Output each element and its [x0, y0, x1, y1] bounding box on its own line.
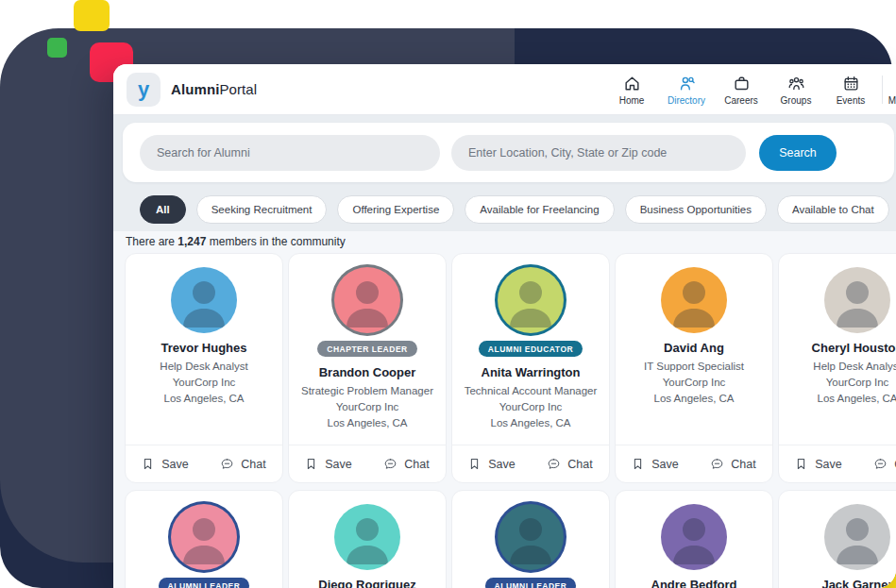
nav-item-directory[interactable]: Directory: [659, 75, 714, 106]
avatar-silhouette-icon: [824, 504, 890, 570]
member-company: YourCorp Inc: [336, 400, 399, 414]
member-name: Jack Garner: [821, 578, 892, 588]
save-button[interactable]: Save: [452, 445, 531, 482]
card-footer: Save Chat: [779, 445, 896, 482]
member-count: There are 1,247 members in the community: [126, 235, 346, 248]
save-button[interactable]: Save: [779, 445, 857, 482]
avatar-silhouette-icon: [498, 504, 564, 570]
member-card[interactable]: CHAPTER LEADER Brandon Cooper Strategic …: [288, 253, 447, 483]
save-button[interactable]: Save: [289, 445, 367, 482]
chat-label: Chat: [731, 458, 755, 471]
nav-label: Home: [619, 95, 645, 106]
avatar-silhouette-icon: [334, 267, 400, 333]
bookmark-icon: [141, 457, 155, 471]
member-card[interactable]: David Ang IT Support Specialist YourCorp…: [615, 253, 773, 483]
app-window: y AlumniPortal Home Directory: [113, 64, 896, 588]
chip-available-freelancing[interactable]: Available for Freelancing: [465, 195, 614, 224]
member-badge: ALUMNI EDUCATOR: [479, 341, 583, 357]
nav-label: Groups: [781, 95, 812, 106]
chat-icon: [383, 457, 397, 471]
member-card[interactable]: ALUMNI LEADER Save Chat: [125, 490, 283, 588]
header: y AlumniPortal Home Directory: [113, 64, 896, 115]
save-button[interactable]: Save: [126, 445, 204, 482]
chat-button[interactable]: Chat: [367, 445, 446, 482]
nav-item-home[interactable]: Home: [604, 75, 659, 106]
chip-offering-expertise[interactable]: Offering Expertise: [337, 195, 454, 224]
member-name: Diego Rogriguez: [318, 578, 415, 588]
directory-icon: [678, 75, 696, 92]
search-alumni-input[interactable]: [140, 135, 440, 171]
card-footer: Save Chat: [452, 445, 609, 482]
member-location: Los Angeles, CA: [163, 392, 244, 406]
member-card[interactable]: ALUMNI LEADER Save Chat: [451, 490, 610, 588]
member-company: YourCorp Inc: [173, 376, 236, 390]
chat-icon: [547, 457, 561, 471]
member-role: Help Desk Analyst: [813, 360, 896, 374]
nav-item-events[interactable]: Events: [823, 75, 878, 106]
bookmark-icon: [794, 457, 808, 471]
chat-button[interactable]: Chat: [694, 445, 772, 482]
member-company: YourCorp Inc: [663, 376, 726, 390]
save-label: Save: [651, 458, 679, 471]
chat-label: Chat: [241, 458, 265, 471]
brand-logo-icon[interactable]: y: [127, 73, 161, 107]
chip-available-to-chat[interactable]: Available to Chat: [777, 195, 889, 224]
deco-yellow-square: [74, 0, 110, 31]
member-location: Los Angeles, CA: [327, 416, 407, 430]
avatar: [824, 504, 890, 570]
nav-item-careers[interactable]: Careers: [714, 75, 769, 106]
member-company: YourCorp Inc: [826, 376, 889, 390]
member-role: Strategic Problem Manager: [301, 384, 433, 398]
chat-button[interactable]: Chat: [857, 445, 896, 482]
member-count-suffix: members in the community: [206, 235, 345, 248]
member-card[interactable]: Trevor Hughes Help Desk Analyst YourCorp…: [125, 253, 283, 483]
member-name: David Ang: [664, 341, 724, 355]
member-card[interactable]: Andre Bedford Save Chat: [615, 490, 773, 588]
member-role: Help Desk Analyst: [160, 360, 247, 374]
save-label: Save: [325, 458, 352, 471]
filter-chips: All Seeking Recruitment Offering Experti…: [140, 195, 889, 224]
avatar: [661, 504, 727, 570]
groups-icon: [787, 75, 805, 92]
member-name: Brandon Cooper: [319, 365, 416, 379]
member-badge: CHAPTER LEADER: [317, 341, 416, 357]
brand-title-light: Portal: [219, 81, 257, 97]
nav-item-groups[interactable]: Groups: [769, 75, 823, 106]
search-button[interactable]: Search: [759, 135, 837, 171]
member-card[interactable]: Cheryl Houston Help Desk Analyst YourCor…: [778, 253, 896, 483]
member-location: Los Angeles, CA: [817, 392, 896, 406]
member-count-value: 1,247: [178, 235, 206, 248]
chat-button[interactable]: Chat: [204, 445, 282, 482]
bookmark-icon: [304, 457, 318, 471]
avatar: [334, 504, 400, 570]
home-icon: [623, 75, 641, 92]
member-card[interactable]: Diego Rogriguez Save Chat: [288, 490, 447, 588]
member-badge: ALUMNI LEADER: [485, 578, 577, 588]
chip-seeking-recruitment[interactable]: Seeking Recruitment: [196, 195, 328, 224]
chip-business-opportunities[interactable]: Business Opportunities: [625, 195, 767, 224]
member-grid: Trevor Hughes Help Desk Analyst YourCorp…: [125, 253, 896, 588]
member-location: Los Angeles, CA: [653, 392, 734, 406]
member-card[interactable]: Jack Garner Save Chat: [778, 490, 896, 588]
chat-icon: [220, 457, 234, 471]
member-card[interactable]: ALUMNI EDUCATOR Anita Warrington Technic…: [451, 253, 610, 483]
avatar: [661, 267, 727, 333]
chip-all[interactable]: All: [140, 195, 186, 224]
avatar: [498, 504, 564, 570]
chat-icon: [873, 457, 888, 471]
brand-title-bold: Alumni: [171, 81, 219, 97]
avatar: [498, 267, 564, 333]
nav-item-marketplace[interactable]: Marketplace: [887, 75, 896, 106]
member-name: Trevor Hughes: [161, 341, 246, 355]
card-footer: Save Chat: [289, 445, 446, 482]
avatar-silhouette-icon: [661, 267, 727, 333]
nav-label: Marketplace: [888, 95, 896, 106]
avatar-silhouette-icon: [498, 267, 564, 333]
chat-button[interactable]: Chat: [531, 445, 609, 482]
avatar: [171, 267, 237, 333]
search-location-input[interactable]: [451, 135, 746, 171]
member-count-prefix: There are: [126, 235, 178, 248]
avatar: [334, 267, 400, 333]
chat-label: Chat: [567, 458, 592, 471]
save-button[interactable]: Save: [616, 445, 694, 482]
